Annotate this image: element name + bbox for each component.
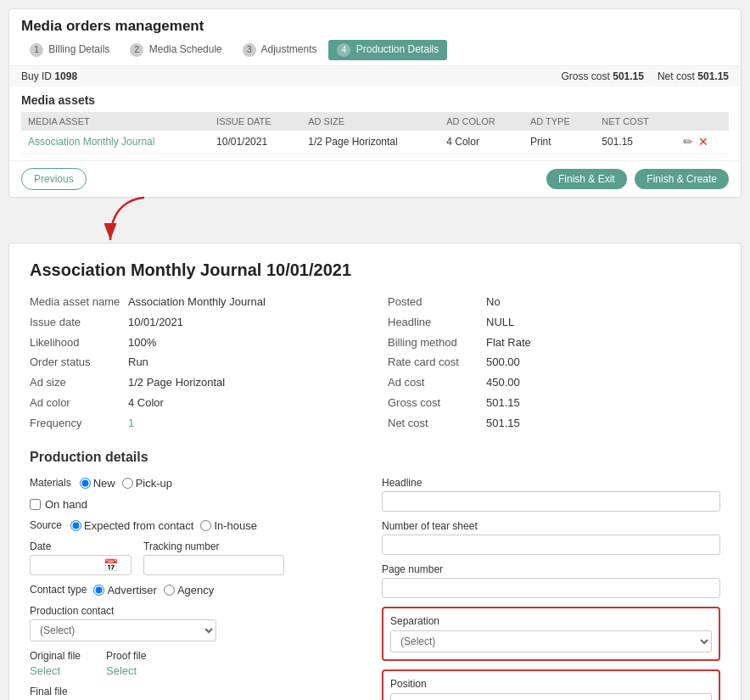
- assets-table: MEDIA ASSET ISSUE DATE AD SIZE AD COLOR …: [21, 112, 729, 154]
- position-label: Position: [390, 678, 712, 690]
- tracking-field: Tracking number: [143, 540, 284, 575]
- previous-button[interactable]: Previous: [21, 168, 87, 190]
- contact-type-agency-radio[interactable]: [164, 585, 175, 596]
- source-inhouse-label: In-house: [214, 519, 257, 532]
- page-number-input[interactable]: [382, 578, 720, 598]
- source-expected-label: Expected from contact: [84, 519, 193, 532]
- date-input-wrapper[interactable]: 📅: [30, 555, 132, 575]
- contact-type-radio-group: Advertiser Agency: [93, 584, 214, 596]
- info-row-ad-cost: Ad cost 450.00: [388, 374, 720, 392]
- page-number-field: Page number: [382, 563, 720, 598]
- date-label: Date: [30, 540, 132, 552]
- materials-label: Materials: [30, 477, 71, 489]
- original-file-link[interactable]: Select: [30, 664, 81, 677]
- position-select[interactable]: (Select): [390, 693, 712, 700]
- detail-card: Association Monthly Journal 10/01/2021 M…: [8, 243, 742, 700]
- source-inhouse-radio[interactable]: [200, 520, 211, 531]
- edit-icon[interactable]: ✏: [683, 135, 693, 148]
- cell-ad-color: 4 Color: [439, 131, 523, 154]
- headline-label: Headline: [382, 477, 720, 489]
- source-expected-option[interactable]: Expected from contact: [70, 519, 193, 532]
- source-inhouse-option[interactable]: In-house: [200, 519, 257, 532]
- gross-cost-value: 501.15: [613, 70, 644, 82]
- info-row-issue-date: Issue date 10/01/2021: [30, 314, 362, 332]
- tab-billing-details[interactable]: 1 Billing Details: [21, 40, 118, 60]
- net-cost-label: Net cost 501.15: [658, 70, 729, 82]
- final-file-field: Final file Select: [30, 686, 368, 700]
- finish-create-button[interactable]: Finish & Create: [635, 169, 729, 189]
- proof-file-link[interactable]: Select: [106, 664, 146, 677]
- position-highlighted: Position (Select): [382, 669, 720, 700]
- production-contact-select[interactable]: (Select): [30, 619, 216, 641]
- production-contact-field: Production contact (Select): [30, 605, 216, 641]
- source-radio-group: Expected from contact In-house: [70, 519, 257, 532]
- calendar-icon[interactable]: 📅: [104, 558, 118, 572]
- prod-left: Materials New Pick-up: [30, 477, 368, 700]
- materials-new-option[interactable]: New: [80, 477, 115, 490]
- gross-cost-label: Gross cost 501.15: [562, 70, 644, 82]
- tabs-row: 1 Billing Details 2 Media Schedule 3 Adj…: [21, 40, 729, 60]
- cell-row-actions: ✏ ✕: [676, 131, 729, 154]
- materials-new-radio[interactable]: [80, 478, 91, 489]
- source-label: Source: [30, 519, 62, 531]
- col-ad-size: AD SIZE: [301, 112, 439, 131]
- date-tracking-row: Date 📅 Tracking number: [30, 540, 368, 575]
- contact-type-field: Contact type Advertiser Agency: [30, 584, 368, 596]
- tab-production-details[interactable]: 4 Production Details: [328, 40, 447, 60]
- page-number-label: Page number: [382, 563, 720, 575]
- production-contact-label: Production contact: [30, 605, 216, 617]
- separation-highlighted: Separation (Select): [382, 607, 720, 661]
- info-row-gross-cost: Gross cost 501.15: [388, 395, 720, 412]
- contact-type-agency[interactable]: Agency: [164, 584, 214, 596]
- info-grid: Media asset name Association Monthly Jou…: [30, 294, 720, 433]
- contact-type-label: Contact type: [30, 584, 87, 596]
- col-ad-color: AD COLOR: [439, 112, 523, 131]
- contact-type-agency-label: Agency: [177, 584, 214, 596]
- materials-pickup-radio[interactable]: [122, 478, 133, 489]
- info-row-order-status: Order status Run: [30, 354, 362, 372]
- info-row-rate-card-cost: Rate card cost 500.00: [388, 354, 720, 372]
- materials-pickup-option[interactable]: Pick-up: [122, 477, 172, 490]
- net-cost-value: 501.15: [697, 70, 729, 82]
- materials-pickup-label: Pick-up: [136, 477, 172, 490]
- info-row-headline: Headline NULL: [388, 314, 720, 332]
- info-row-ad-size: Ad size 1/2 Page Horizontal: [30, 374, 362, 392]
- tear-sheet-input[interactable]: [382, 535, 720, 555]
- source-expected-radio[interactable]: [70, 520, 81, 531]
- on-hand-row: On hand: [30, 498, 368, 511]
- buy-id-value: 1098: [54, 70, 77, 82]
- info-left: Media asset name Association Monthly Jou…: [30, 294, 362, 433]
- row-delete-icon[interactable]: ✕: [698, 135, 708, 148]
- materials-radio-group: New Pick-up: [80, 477, 172, 490]
- separation-select[interactable]: (Select): [390, 630, 712, 652]
- media-assets-section: Media assets MEDIA ASSET ISSUE DATE AD S…: [9, 87, 741, 160]
- col-actions: [676, 112, 729, 131]
- headline-field: Headline: [382, 477, 720, 512]
- tear-sheet-field: Number of tear sheet: [382, 520, 720, 555]
- headline-input[interactable]: [382, 491, 720, 512]
- separation-label: Separation: [390, 615, 712, 627]
- materials-field: Materials New Pick-up: [30, 477, 368, 490]
- date-input[interactable]: [36, 559, 104, 571]
- buy-id-row: Buy ID 1098 Gross cost 501.15 Net cost 5…: [9, 65, 741, 87]
- tab-media-schedule[interactable]: 2 Media Schedule: [121, 40, 230, 60]
- tab-adjustments[interactable]: 3 Adjustments: [234, 40, 326, 60]
- production-title: Production details: [30, 450, 720, 465]
- col-net-cost: NET COST: [595, 112, 676, 131]
- cell-net-cost: 501.15: [595, 131, 676, 154]
- asset-link[interactable]: Association Monthly Journal: [28, 136, 154, 148]
- info-row-net-cost: Net cost 501.15: [388, 415, 720, 433]
- tracking-input[interactable]: [143, 555, 284, 575]
- buy-id-label: Buy ID: [21, 70, 52, 82]
- cell-media-asset: Association Monthly Journal: [21, 131, 210, 154]
- page-title: Media orders management: [21, 18, 729, 35]
- contact-type-advertiser[interactable]: Advertiser: [93, 584, 157, 596]
- contact-type-advertiser-radio[interactable]: [93, 585, 104, 596]
- finish-exit-button[interactable]: Finish & Exit: [546, 169, 627, 189]
- on-hand-checkbox[interactable]: [30, 499, 41, 510]
- file-row: Original file Select Proof file Select: [30, 650, 368, 677]
- top-card: Media orders management 1 Billing Detail…: [8, 8, 742, 198]
- source-field: Source Expected from contact In-house: [30, 519, 368, 532]
- arrow-indicator: [93, 193, 221, 249]
- info-row-billing-method: Billing method Flat Rate: [388, 334, 720, 352]
